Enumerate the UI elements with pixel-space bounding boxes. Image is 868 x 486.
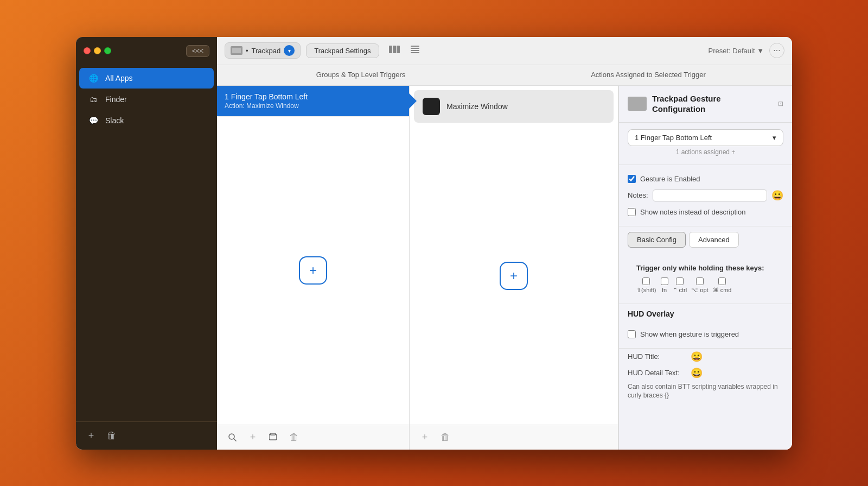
app-window: <<< 🌐 All Apps 🗂 Finder 💬 Slack + 🗑 [76, 37, 792, 450]
basic-config-tab[interactable]: Basic Config [628, 232, 686, 248]
hud-title-emoji-button[interactable]: 😀 [691, 351, 703, 363]
columns-view-button[interactable] [385, 43, 404, 58]
action-item-0[interactable]: Maximize Window [414, 90, 614, 123]
trigger-name-0: 1 Finger Tap Bottom Left [225, 92, 401, 101]
add-trigger-button[interactable]: + [299, 256, 327, 285]
sidebar-titlebar: <<< [76, 37, 217, 65]
actions-assigned-hint[interactable]: 1 actions assigned + [628, 146, 783, 158]
add-action-area: + [410, 127, 618, 425]
notes-label: Notes: [628, 191, 648, 199]
sidebar-items: 🌐 All Apps 🗂 Finder 💬 Slack [76, 65, 217, 421]
delete-action-button[interactable]: 🗑 [438, 430, 453, 445]
actions-bottom: + 🗑 [410, 425, 618, 450]
slack-icon: 💬 [87, 114, 100, 127]
hud-show-row: Show when gesture is triggered [628, 327, 783, 342]
sidebar-item-label-finder: Finder [105, 95, 127, 104]
group-trigger-button[interactable] [266, 430, 281, 445]
notes-emoji-button[interactable]: 😀 [771, 190, 783, 201]
action-icon-maximize [423, 98, 440, 115]
config-header: Trackpad Gesture Configuration ⊡ [619, 86, 792, 123]
add-trigger-bottom-button[interactable]: + [245, 430, 260, 445]
key-shift-checkbox[interactable] [642, 277, 650, 285]
device-label: Trackpad [252, 47, 281, 55]
notes-row: Notes: 😀 [628, 186, 783, 205]
add-trigger-area: + [217, 117, 409, 425]
main-content: • Trackpad ▾ Trackpad Settings [217, 37, 792, 450]
hud-show-checkbox[interactable] [628, 330, 636, 338]
trigger-action-0: Action: Maximize Window [225, 102, 401, 110]
delete-trigger-button[interactable]: 🗑 [286, 430, 302, 445]
selected-trigger-arrow [409, 93, 417, 109]
key-ctrl-label: ⌃ ctrl [673, 287, 687, 294]
config-title: Trackpad Gesture Configuration [652, 93, 773, 115]
show-notes-checkbox[interactable] [628, 208, 636, 216]
svg-rect-11 [270, 433, 276, 435]
sidebar-item-label-all-apps: All Apps [105, 74, 133, 83]
trigger-item-0[interactable]: 1 Finger Tap Bottom Left Action: Maximiz… [217, 86, 409, 117]
sidebar-item-finder[interactable]: 🗂 Finder [79, 89, 214, 110]
all-apps-icon: 🌐 [87, 72, 100, 85]
add-app-button[interactable]: + [84, 428, 99, 443]
sidebar-bottom: + 🗑 [76, 421, 217, 450]
dropdown-arrow-icon: ▾ [284, 45, 295, 56]
key-item-shift: ⇧(shift) [636, 277, 656, 294]
hud-title-label: HUD Title: [628, 352, 687, 361]
delete-app-button[interactable]: 🗑 [104, 428, 119, 443]
svg-rect-7 [411, 52, 419, 53]
gesture-enabled-row: Gesture is Enabled [628, 172, 783, 186]
keys-row: ⇧(shift) fn ⌃ ctrl ⌥ opt [628, 274, 783, 297]
sidebar-item-label-slack: Slack [105, 116, 124, 125]
key-shift-label: ⇧(shift) [636, 287, 656, 294]
notes-input[interactable] [653, 190, 767, 201]
device-settings-button[interactable]: Trackpad Settings [306, 43, 379, 58]
device-selector[interactable]: • Trackpad ▾ [225, 42, 301, 59]
traffic-lights [84, 47, 111, 54]
hud-title-row: HUD Title: 😀 [619, 349, 792, 365]
key-cmd-label: ⌘ cmd [713, 287, 732, 294]
action-label-0: Maximize Window [446, 102, 508, 111]
svg-rect-6 [411, 50, 419, 51]
minimize-button[interactable] [94, 47, 101, 54]
tab-actions[interactable]: Actions Assigned to Selected Trigger [505, 65, 792, 85]
gesture-dropdown[interactable]: 1 Finger Tap Bottom Left ▾ [628, 129, 783, 146]
svg-rect-4 [411, 46, 419, 47]
gesture-enabled-label: Gesture is Enabled [640, 175, 700, 183]
content-area: 1 Finger Tap Bottom Left Action: Maximiz… [217, 86, 792, 450]
show-notes-label: Show notes instead of description [640, 208, 745, 216]
key-opt-label: ⌥ opt [691, 287, 708, 294]
back-button[interactable]: <<< [186, 45, 209, 57]
trackpad-icon [231, 46, 242, 55]
trigger-keys-section: Trigger only while holding these keys: ⇧… [619, 253, 792, 304]
sidebar-item-all-apps[interactable]: 🌐 All Apps [79, 68, 214, 89]
key-item-fn: fn [661, 277, 668, 293]
key-item-cmd: ⌘ cmd [713, 277, 732, 294]
hud-show-section: Show when gesture is triggered [619, 320, 792, 349]
svg-rect-2 [393, 46, 396, 53]
show-notes-row: Show notes instead of description [628, 205, 783, 219]
hud-detail-label: HUD Detail Text: [628, 369, 687, 377]
trigger-item-wrapper-0: 1 Finger Tap Bottom Left Action: Maximiz… [217, 86, 409, 117]
search-triggers-button[interactable] [225, 430, 240, 445]
config-expand-icon[interactable]: ⊡ [778, 100, 783, 108]
key-fn-checkbox[interactable] [661, 277, 668, 285]
maximize-button[interactable] [104, 47, 111, 54]
key-ctrl-checkbox[interactable] [676, 277, 684, 285]
sidebar-item-slack[interactable]: 💬 Slack [79, 110, 214, 131]
gesture-dropdown-label: 1 Finger Tap Bottom Left [635, 134, 712, 142]
add-action-button[interactable]: + [500, 262, 528, 290]
tab-groups-triggers[interactable]: Groups & Top Level Triggers [217, 65, 505, 85]
toolbar-view-icons [385, 43, 424, 58]
hud-detail-emoji-button[interactable]: 😀 [691, 367, 703, 379]
gesture-enabled-checkbox[interactable] [628, 175, 636, 183]
key-cmd-checkbox[interactable] [718, 277, 726, 285]
svg-rect-1 [389, 46, 392, 53]
more-options-button[interactable]: ··· [769, 43, 784, 58]
device-dot: • [246, 47, 248, 55]
key-opt-checkbox[interactable] [696, 277, 704, 285]
close-button[interactable] [84, 47, 91, 54]
add-action-bottom-button[interactable]: + [417, 430, 432, 445]
list-view-button[interactable] [406, 43, 424, 58]
advanced-tab[interactable]: Advanced [689, 232, 739, 248]
preset-label[interactable]: Preset: Default ▼ [709, 47, 764, 55]
hud-overlay-section: HUD Overlay Show when gesture is trigger… [619, 304, 792, 405]
